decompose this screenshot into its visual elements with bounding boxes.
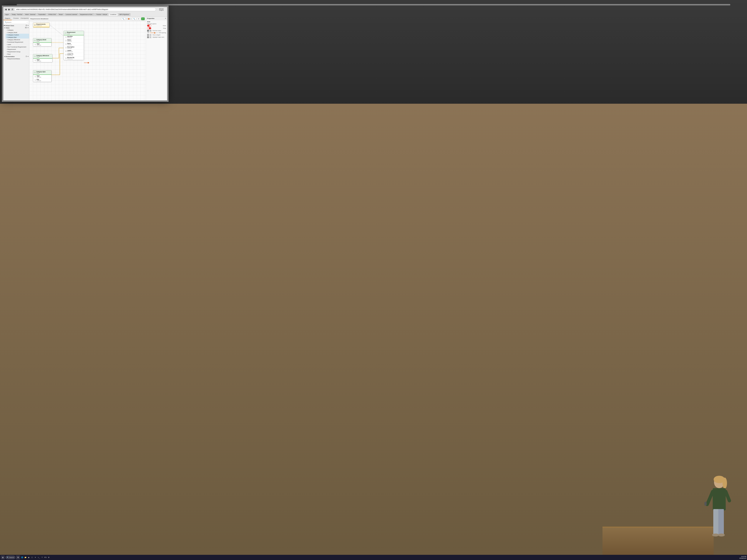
diagram-canvas[interactable]: ◇ Requirements Reference □ xyxy=(29,21,146,100)
node-item-key-epic: □ Key Attribute xyxy=(33,78,51,82)
tree-item-category-epic[interactable]: › Category Epic xyxy=(5,36,29,38)
enum-label: Enumeration xyxy=(5,56,15,57)
search-add-icon: + xyxy=(27,22,28,23)
tab-dept[interactable]: Department of Def... xyxy=(79,13,95,16)
tree-item-requirement[interactable]: › Requirement xyxy=(5,48,29,51)
node-category-milestone[interactable]: □ Category Milestone Class □ Type xyxy=(33,54,52,62)
node-item-type-build: □ Type Attribute xyxy=(33,43,51,46)
snap-toggle[interactable] xyxy=(147,27,151,29)
diagram-title: Requirements MetaModel xyxy=(30,18,48,20)
ref-icon-linked-to: ◇ xyxy=(65,54,67,55)
tab-trackerbot[interactable]: TrackerBot xyxy=(37,13,47,16)
show-label: Show xyxy=(163,25,166,26)
tab-codebots[interactable]: CodeBots xyxy=(108,13,118,16)
major-swatch2 xyxy=(150,36,151,38)
node-cat-milestone-subtitle: Class xyxy=(36,56,49,58)
edit-grid-label: Edit grid options xyxy=(147,23,166,24)
class-children: › Category › Category Build › Category C… xyxy=(3,29,29,55)
search-input[interactable] xyxy=(7,22,27,23)
ref-icon-labels: ◇ xyxy=(65,50,67,52)
node-header-requirement: □ Requirement Class xyxy=(64,31,84,35)
attr-icon-type-milestone: □ xyxy=(35,60,36,61)
tree-item-category[interactable]: › Category xyxy=(5,29,29,31)
tree-item-category-custom[interactable]: › Category Custom xyxy=(5,34,29,36)
subgrid-swatch xyxy=(147,34,149,36)
tree-section-virtual-class[interactable]: ▶ Virtual Class 0 + xyxy=(3,24,29,27)
color-swatch-light xyxy=(150,30,151,32)
screen-rod xyxy=(17,4,233,5)
tree-item-category-milestone[interactable]: › Category Milestone xyxy=(5,38,29,41)
add-virtual-class-icon[interactable]: + xyxy=(28,25,28,26)
node-item-blocked-by: ◇ Blocked By Reference xyxy=(64,56,84,60)
node-req-title: Requirement xyxy=(67,31,75,33)
tree-item-label[interactable]: › Label xyxy=(5,43,29,46)
tree-item-req-group[interactable]: › Requirement Group xyxy=(5,51,29,53)
tab-lessons[interactable]: Lessons Learned xyxy=(65,13,78,16)
tree-item-non-func-req[interactable]: › Non Functional Requirement xyxy=(5,46,29,48)
tab-diagram[interactable]: Diagram xyxy=(3,17,12,20)
node-cat-epic-title: Category Epic xyxy=(36,71,46,73)
subgrid-swatch2 xyxy=(150,34,151,36)
room-background: ◀ ▶ ↺ ailab.codebots.tech/405f4092-9fa9-… xyxy=(0,0,233,175)
node-requirement[interactable]: □ Requirement Class □ Identifier xyxy=(63,31,84,60)
back-button[interactable]: ◀ xyxy=(4,8,7,11)
class-icon-build: □ xyxy=(34,39,36,41)
node-item-linked-to: ◇ Linked To Reference xyxy=(64,53,84,56)
slider-handle[interactable] xyxy=(154,32,155,33)
tab-ticktick[interactable]: Today - TickTick xyxy=(10,13,24,16)
tab-checkpoints[interactable]: Checkpoints xyxy=(20,17,29,20)
tree-item-root[interactable]: › Root xyxy=(5,53,29,55)
search-icon: 🔍 xyxy=(5,22,7,23)
snap-label: Snap xyxy=(163,28,166,29)
node-category-epic[interactable]: □ Category Epic Class □ Type At xyxy=(33,70,52,82)
chevron-down-icon: ▼ xyxy=(4,27,5,28)
address-bar[interactable]: ailab.codebots.tech/405f4092-9fa9-4f11-9… xyxy=(15,8,156,11)
virtual-class-count: 0 xyxy=(25,25,27,26)
color-swatch-dark xyxy=(147,30,149,32)
tree-item-functional-req[interactable]: › Functional Requirement xyxy=(5,41,29,43)
node-cat-build-subtitle: Class xyxy=(36,41,46,42)
tree-item-category-build[interactable]: › Category Build xyxy=(5,31,29,34)
refresh-button[interactable]: ↺ xyxy=(11,8,14,11)
tab-mps[interactable]: MPS Pipelines xyxy=(118,13,130,16)
show-toggle-row: Show xyxy=(147,25,166,27)
spacing-slider[interactable] xyxy=(150,32,158,33)
zoom-in-button[interactable]: 🔍 xyxy=(121,18,125,20)
fit-button[interactable]: ⊡ xyxy=(137,18,140,20)
tree-section-enumeration[interactable]: ▼ Enumeration 1 + xyxy=(3,55,29,58)
node-item-description: □ Description Attribute xyxy=(64,46,84,49)
tab-preview[interactable]: Preview xyxy=(12,17,20,20)
add-enum-icon[interactable]: + xyxy=(28,56,28,57)
svg-line-8 xyxy=(50,25,63,36)
node-item-identifier: □ Identifier Attribute xyxy=(64,35,84,39)
node-item-type-milestone: □ Type Attribute xyxy=(33,59,52,62)
node-cat-build-title: Category Build xyxy=(36,39,46,41)
node-item-labels: ◇ Labels Reference xyxy=(64,49,84,53)
color-row: Grid line colour xyxy=(147,30,166,32)
attr-icon-type-epic: □ xyxy=(35,76,36,77)
node-category-build[interactable]: □ Category Build Class □ Type A xyxy=(33,38,52,47)
tab-apps[interactable]: Apps xyxy=(4,13,10,16)
tree-item-req-status[interactable]: › RequirementStatus xyxy=(5,58,29,60)
node-item-type-epic: □ Type Attribute xyxy=(33,75,51,78)
node-requirements-reference[interactable]: ◇ Requirements Reference xyxy=(33,23,50,27)
tab-work[interactable]: Work - General xyxy=(24,13,36,16)
tree-section-class[interactable]: ▼ Class 11 + xyxy=(3,27,29,29)
check-button[interactable]: ✓ xyxy=(141,18,145,20)
screen-content: ◀ ▶ ↺ ailab.codebots.tech/405f4092-9fa9-… xyxy=(3,7,167,100)
node-header-cat-epic: □ Category Epic Class xyxy=(33,70,51,75)
forward-button[interactable]: ▶ xyxy=(8,8,10,11)
tab-htmlcss[interactable]: HTML/CSS xyxy=(47,13,57,16)
tab-react[interactable]: React xyxy=(58,13,64,16)
profile-button[interactable]: Michael Ruigrok xyxy=(157,8,166,11)
search-bar[interactable]: 🔍 + xyxy=(4,21,28,24)
node-req-ref-subtitle: Reference xyxy=(36,25,46,26)
properties-expand-icon[interactable]: » xyxy=(165,18,166,19)
tab-gitlab[interactable]: Tracker - GitLab xyxy=(95,13,108,16)
zoom-out-button[interactable]: 🔍 xyxy=(132,18,136,20)
show-toggle[interactable] xyxy=(147,25,151,27)
major-swatch xyxy=(147,36,149,38)
attr-icon-identifier: □ xyxy=(65,36,67,38)
node-item-status: □ Status Attribute xyxy=(64,39,84,43)
add-class-icon[interactable]: + xyxy=(28,27,28,29)
